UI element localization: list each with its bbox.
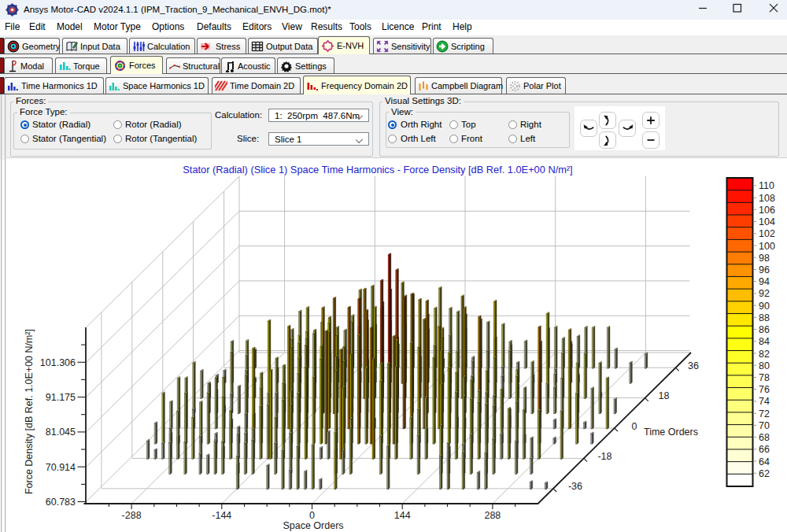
svg-text:102: 102 [759, 228, 775, 239]
svg-text:68: 68 [759, 432, 770, 443]
svg-text:90: 90 [759, 301, 770, 312]
svg-text:64: 64 [759, 456, 770, 467]
svg-text:0: 0 [632, 421, 637, 432]
svg-text:91.175: 91.175 [46, 392, 76, 403]
svg-text:106: 106 [759, 205, 775, 216]
svg-text:Space Orders: Space Orders [283, 520, 343, 531]
svg-text:108: 108 [759, 193, 775, 204]
svg-text:-288: -288 [122, 510, 142, 521]
svg-text:110: 110 [759, 180, 774, 191]
svg-text:101.306: 101.306 [40, 357, 76, 368]
svg-text:60.783: 60.783 [46, 497, 76, 508]
svg-text:72: 72 [759, 408, 770, 419]
svg-text:74: 74 [759, 396, 770, 407]
svg-text:82: 82 [759, 349, 770, 360]
svg-text:144: 144 [394, 510, 411, 521]
svg-text:288: 288 [484, 510, 501, 521]
svg-text:Stator (Radial) (Slice 1) Spac: Stator (Radial) (Slice 1) Space Time Har… [183, 164, 572, 175]
svg-text:Time Orders: Time Orders [644, 427, 698, 438]
svg-text:96: 96 [759, 264, 770, 275]
svg-text:100: 100 [759, 241, 775, 252]
svg-text:84: 84 [759, 336, 770, 347]
svg-text:0: 0 [309, 510, 315, 521]
svg-text:36: 36 [688, 360, 699, 371]
svg-text:86: 86 [759, 324, 770, 335]
svg-text:62: 62 [759, 468, 770, 479]
svg-text:66: 66 [759, 444, 770, 455]
svg-text:81.045: 81.045 [46, 427, 76, 438]
svg-text:70: 70 [759, 420, 770, 431]
svg-text:-36: -36 [568, 481, 582, 492]
svg-text:94: 94 [759, 276, 770, 287]
svg-text:98: 98 [759, 253, 770, 264]
svg-text:70.914: 70.914 [46, 462, 76, 473]
svg-text:88: 88 [759, 312, 770, 323]
svg-text:80: 80 [759, 360, 770, 371]
svg-text:Force Density [dB Ref. 1.0E+00: Force Density [dB Ref. 1.0E+00 N/m²] [24, 329, 35, 494]
svg-text:18: 18 [659, 390, 670, 401]
svg-text:76: 76 [759, 384, 770, 395]
svg-text:104: 104 [759, 216, 775, 227]
svg-text:-18: -18 [597, 451, 611, 462]
svg-text:92: 92 [759, 288, 770, 299]
svg-text:-144: -144 [212, 510, 231, 521]
svg-text:78: 78 [759, 372, 770, 383]
